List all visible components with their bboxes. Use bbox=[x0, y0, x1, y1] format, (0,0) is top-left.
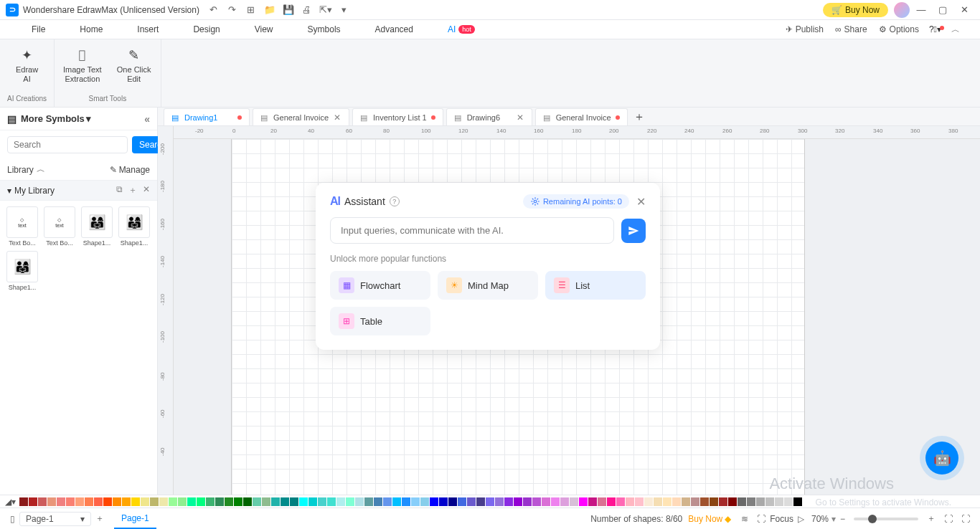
focus-mode-icon[interactable]: ⛶ bbox=[753, 514, 770, 524]
ai-func-flowchart[interactable]: ▦ Flowchart bbox=[330, 271, 430, 300]
color-swatch[interactable] bbox=[747, 497, 755, 506]
publish-button[interactable]: ✈Publish bbox=[780, 24, 829, 34]
menu-design[interactable]: Design bbox=[176, 20, 237, 39]
close-button[interactable]: ✕ bbox=[954, 3, 974, 17]
more-symbols-header[interactable]: ▤ More Symbols ▾ « bbox=[0, 108, 157, 130]
color-swatch[interactable] bbox=[411, 497, 420, 506]
color-swatch[interactable] bbox=[19, 497, 28, 506]
color-swatch[interactable] bbox=[523, 497, 532, 506]
color-swatch[interactable] bbox=[626, 497, 634, 506]
avatar[interactable] bbox=[894, 2, 910, 18]
menu-file[interactable]: File bbox=[14, 20, 62, 39]
external-icon[interactable]: ⧉ bbox=[116, 184, 123, 196]
ai-help-icon[interactable]: ? bbox=[390, 196, 400, 206]
color-swatch[interactable] bbox=[178, 497, 187, 506]
options-button[interactable]: ⚙Options bbox=[873, 24, 925, 34]
color-swatch[interactable] bbox=[495, 497, 504, 506]
doc-tab[interactable]: ▤ Drawing1 bbox=[164, 108, 250, 125]
status-buy-now[interactable]: Buy Now ◆ bbox=[688, 514, 731, 524]
shape-item[interactable]: 👨‍👩‍👧Shape1... bbox=[6, 251, 39, 291]
undo-icon[interactable]: ↶ bbox=[208, 4, 220, 16]
color-swatch[interactable] bbox=[243, 497, 252, 506]
shape-item[interactable]: 👨‍👩‍👧Shape1... bbox=[80, 206, 113, 247]
color-swatch[interactable] bbox=[756, 497, 765, 506]
color-swatch[interactable] bbox=[765, 497, 774, 506]
color-swatch[interactable] bbox=[672, 497, 681, 506]
collapse-panel-icon[interactable]: « bbox=[144, 113, 150, 125]
color-swatch[interactable] bbox=[169, 497, 177, 506]
color-swatch[interactable] bbox=[728, 497, 737, 506]
color-swatch[interactable] bbox=[271, 497, 280, 506]
buy-now-button[interactable]: 🛒 Buy Now bbox=[823, 3, 888, 17]
color-swatch[interactable] bbox=[215, 497, 224, 506]
ai-func-mindmap[interactable]: ☀ Mind Map bbox=[438, 271, 538, 300]
color-swatch[interactable] bbox=[682, 497, 690, 506]
play-icon[interactable]: ▷ bbox=[793, 514, 809, 524]
color-swatch[interactable] bbox=[290, 497, 298, 506]
color-swatch[interactable] bbox=[420, 497, 429, 506]
close-icon[interactable]: ✕ bbox=[143, 184, 150, 196]
minimize-button[interactable]: — bbox=[911, 3, 931, 17]
color-swatch[interactable] bbox=[141, 497, 149, 506]
color-swatch[interactable] bbox=[738, 497, 746, 506]
color-swatch[interactable] bbox=[551, 497, 560, 506]
color-swatch[interactable] bbox=[225, 497, 233, 506]
color-swatch[interactable] bbox=[654, 497, 662, 506]
color-swatch[interactable] bbox=[514, 497, 522, 506]
export-icon[interactable]: ⇱▾ bbox=[320, 4, 331, 16]
ai-func-list[interactable]: ☰ List bbox=[545, 271, 646, 300]
page-tab[interactable]: Page-1 bbox=[114, 508, 156, 529]
color-swatch[interactable] bbox=[318, 497, 326, 506]
save-icon[interactable]: 💾 bbox=[283, 4, 294, 16]
search-input[interactable] bbox=[7, 136, 128, 153]
close-tab-icon[interactable]: ✕ bbox=[516, 113, 524, 122]
color-swatch[interactable] bbox=[299, 497, 308, 506]
add-tab-button[interactable]: ＋ bbox=[631, 108, 648, 125]
fullscreen-icon[interactable]: ⛶ bbox=[957, 514, 974, 524]
color-swatch[interactable] bbox=[234, 497, 242, 506]
color-swatch[interactable] bbox=[700, 497, 709, 506]
edraw-ai-button[interactable]: ✦ Edraw AI bbox=[8, 45, 47, 85]
menu-view[interactable]: View bbox=[237, 20, 291, 39]
pages-panel-icon[interactable]: ▯ bbox=[6, 514, 19, 524]
ai-chat-bubble[interactable]: 🤖 bbox=[925, 442, 958, 475]
color-swatch[interactable] bbox=[150, 497, 159, 506]
manage-library-button[interactable]: ✎ Manage bbox=[110, 165, 150, 175]
color-swatch[interactable] bbox=[439, 497, 448, 506]
color-swatch[interactable] bbox=[364, 497, 373, 506]
color-swatch[interactable] bbox=[253, 497, 261, 506]
doc-tab[interactable]: ▤ Drawing6 ✕ bbox=[446, 108, 532, 125]
doc-tab[interactable]: ▤ General Invoice bbox=[535, 108, 628, 125]
color-swatch[interactable] bbox=[560, 497, 569, 506]
color-swatch[interactable] bbox=[402, 497, 410, 506]
color-swatch[interactable] bbox=[793, 497, 802, 506]
more-icon[interactable]: ▾ bbox=[339, 4, 350, 16]
color-swatch[interactable] bbox=[616, 497, 625, 506]
menu-symbols[interactable]: Symbols bbox=[291, 20, 358, 39]
new-icon[interactable]: ⊞ bbox=[245, 4, 257, 16]
help-button[interactable]: ?⃝▾ bbox=[925, 24, 946, 34]
color-swatch[interactable] bbox=[775, 497, 783, 506]
color-swatch[interactable] bbox=[85, 497, 93, 506]
color-swatch[interactable] bbox=[308, 497, 317, 506]
shape-item[interactable]: ◇textText Bo... bbox=[43, 206, 76, 247]
color-swatch[interactable] bbox=[588, 497, 597, 506]
fill-tool-icon[interactable]: ◢▾ bbox=[4, 496, 16, 507]
image-text-extraction-button[interactable]: ⌷ Image Text Extraction bbox=[62, 45, 103, 85]
color-swatch[interactable] bbox=[458, 497, 466, 506]
library-row[interactable]: Library ︿ ✎ Manage bbox=[0, 159, 157, 180]
print-icon[interactable]: 🖨 bbox=[301, 4, 313, 16]
doc-tab[interactable]: ▤ Inventory List 1 bbox=[352, 108, 443, 125]
color-swatch[interactable] bbox=[542, 497, 550, 506]
color-swatch[interactable] bbox=[579, 497, 588, 506]
color-swatch[interactable] bbox=[38, 497, 47, 506]
color-swatch[interactable] bbox=[570, 497, 578, 506]
color-swatch[interactable] bbox=[691, 497, 699, 506]
color-swatch[interactable] bbox=[66, 497, 75, 506]
zoom-slider[interactable] bbox=[854, 518, 918, 520]
color-swatch[interactable] bbox=[476, 497, 485, 506]
maximize-button[interactable]: ▢ bbox=[933, 3, 953, 17]
shape-item[interactable]: ◇textText Bo... bbox=[6, 206, 39, 247]
color-swatch[interactable] bbox=[57, 497, 65, 506]
menu-insert[interactable]: Insert bbox=[120, 20, 176, 39]
